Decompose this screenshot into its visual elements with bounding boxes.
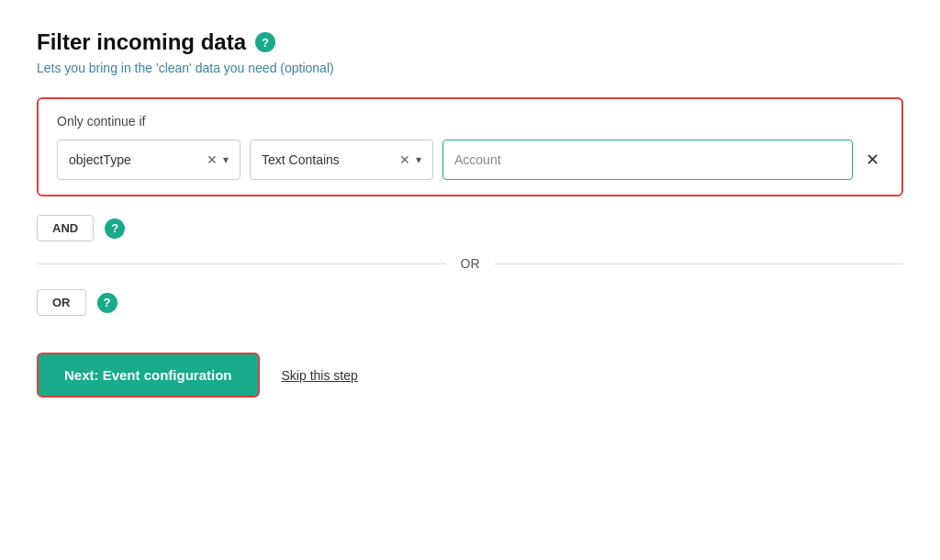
value-input-box[interactable] bbox=[442, 140, 853, 180]
or-help-icon[interactable]: ? bbox=[97, 293, 118, 313]
or-button[interactable]: OR bbox=[37, 289, 86, 316]
title-help-icon[interactable]: ? bbox=[255, 32, 275, 52]
or-row: OR ? bbox=[37, 289, 903, 316]
remove-filter-row-icon[interactable]: ✕ bbox=[862, 148, 883, 172]
condition-select-value: Text Contains bbox=[262, 152, 340, 167]
action-row: Next: Event configuration Skip this step bbox=[37, 353, 903, 398]
filter-box-label: Only continue if bbox=[57, 114, 883, 129]
page-title: Filter incoming data bbox=[37, 29, 246, 55]
or-divider-line-left bbox=[37, 263, 446, 264]
condition-select[interactable]: Text Contains ✕ ▾ bbox=[250, 140, 433, 180]
page-subtitle: Lets you bring in the 'clean' data you n… bbox=[37, 61, 903, 75]
or-divider-label: OR bbox=[446, 256, 495, 271]
field-select[interactable]: objectType ✕ ▾ bbox=[57, 140, 241, 180]
or-divider: OR bbox=[37, 256, 903, 271]
or-divider-line-right bbox=[495, 263, 904, 264]
and-row: AND ? bbox=[37, 215, 903, 241]
value-input[interactable] bbox=[454, 152, 841, 167]
field-select-chevron-icon[interactable]: ▾ bbox=[223, 154, 229, 165]
field-select-clear-icon[interactable]: ✕ bbox=[207, 153, 218, 166]
and-button[interactable]: AND bbox=[37, 215, 94, 241]
filter-condition-box: Only continue if objectType ✕ ▾ Text Con… bbox=[37, 97, 903, 196]
page-header: Filter incoming data ? Lets you bring in… bbox=[37, 29, 903, 75]
next-button[interactable]: Next: Event configuration bbox=[37, 353, 260, 398]
filter-row: objectType ✕ ▾ Text Contains ✕ ▾ ✕ bbox=[57, 140, 883, 180]
field-select-value: objectType bbox=[69, 152, 131, 167]
skip-button[interactable]: Skip this step bbox=[282, 368, 358, 383]
condition-select-clear-icon[interactable]: ✕ bbox=[399, 153, 410, 166]
and-help-icon[interactable]: ? bbox=[105, 218, 125, 239]
condition-select-chevron-icon[interactable]: ▾ bbox=[416, 154, 421, 165]
